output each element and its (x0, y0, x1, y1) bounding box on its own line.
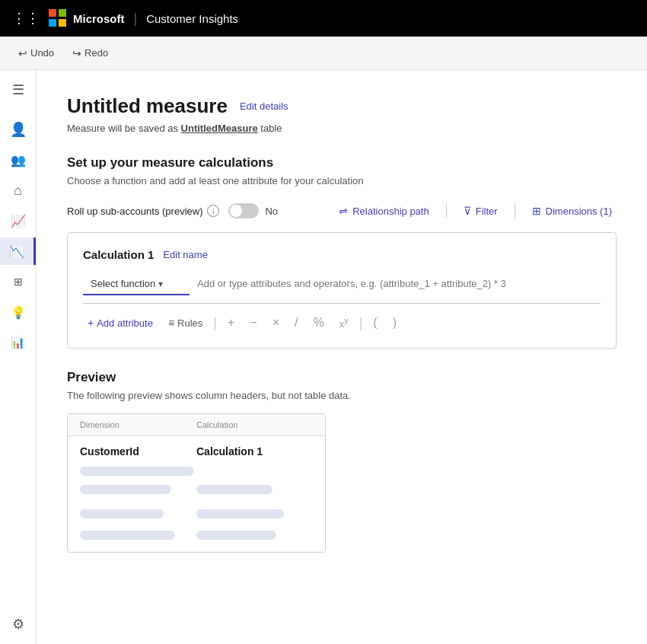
topbar: ⋮⋮ Microsoft | Customer Insights (0, 0, 647, 37)
calc-name: Calculation 1 (83, 248, 154, 261)
preview-customerid-value: CustomerId (80, 445, 196, 457)
formula-input[interactable] (190, 273, 601, 295)
preview-table-body: CustomerId Calculation 1 (68, 436, 325, 552)
relationship-icon: ⇌ (339, 205, 348, 217)
page-title: Untitled measure (67, 94, 228, 118)
relationship-path-button[interactable]: ⇌ Relationship path (334, 202, 433, 220)
layout: ☰ 👤 👥 ⌂ 📈 📉 ⊞ 💡 📊 ⚙ Untitled measure Edi… (0, 70, 647, 644)
op-power-button[interactable]: xy (335, 313, 353, 333)
company-name: Microsoft (73, 12, 125, 25)
sidebar-item-analytics[interactable]: 📈 (5, 207, 32, 234)
skeleton-calc-3 (196, 531, 276, 540)
sidebar-item-settings[interactable]: ⚙ (5, 611, 32, 638)
add-attribute-button[interactable]: + Add attribute (83, 314, 158, 332)
add-attr-plus-icon: + (88, 317, 94, 329)
sidebar-item-measures[interactable]: 📉 (0, 238, 36, 265)
skeleton-calc-1 (196, 485, 273, 494)
rollup-toggle[interactable] (228, 203, 259, 218)
sidebar-item-intelligence[interactable]: 💡 (5, 298, 32, 326)
dimensions-button[interactable]: ⊞ Dimensions (1) (527, 202, 617, 220)
sidebar-item-contacts[interactable]: 👥 (5, 146, 32, 174)
toolbar: ↩ Undo ↪ Redo (0, 37, 647, 70)
undo-icon: ↩ (18, 47, 27, 59)
app-name: Customer Insights (146, 12, 238, 25)
rollup-label: Roll up sub-accounts (preview) i (67, 205, 219, 217)
preview-calculation-value: Calculation 1 (196, 445, 313, 457)
relationship-label: Relationship path (352, 206, 429, 217)
skeleton-dim-3 (80, 531, 175, 540)
rollup-actions: ⇌ Relationship path ⊽ Filter ⊞ Dimension… (334, 202, 617, 220)
grid-icon[interactable]: ⋮⋮ (12, 10, 40, 27)
rules-icon: ≡ (168, 317, 174, 329)
op-multiply-button[interactable]: × (268, 313, 284, 333)
calc-card-header: Calculation 1 Edit name (83, 248, 601, 261)
toolbar-divider-1: | (213, 315, 217, 331)
rollup-row: Roll up sub-accounts (preview) i No ⇌ Re… (67, 202, 617, 220)
topbar-separator: | (134, 11, 138, 27)
redo-label: Redo (84, 47, 108, 59)
sidebar: ☰ 👤 👥 ⌂ 📈 📉 ⊞ 💡 📊 ⚙ (0, 70, 37, 644)
redo-button[interactable]: ↪ Redo (66, 44, 114, 62)
select-function-dropdown[interactable]: Select function ▾ (83, 273, 190, 295)
subtitle-suffix: table (258, 123, 282, 134)
preview-data-row: CustomerId Calculation 1 (80, 442, 313, 461)
add-attr-label: Add attribute (97, 317, 153, 329)
toggle-label: No (265, 206, 278, 217)
filter-button[interactable]: ⊽ Filter (459, 202, 502, 220)
logo-red (49, 9, 56, 17)
skeleton-row-2 (80, 503, 313, 524)
toggle-knob (230, 205, 242, 217)
undo-button[interactable]: ↩ Undo (12, 44, 60, 62)
preview-calculation-col-label: Calculation (196, 420, 313, 429)
sidebar-item-person[interactable]: 👤 (5, 116, 32, 143)
filter-icon: ⊽ (464, 205, 471, 217)
preview-title: Preview (67, 370, 617, 385)
preview-table-header: Dimension Calculation (68, 414, 325, 436)
edit-details-link[interactable]: Edit details (240, 100, 288, 112)
action-divider-2 (515, 203, 515, 218)
rules-button[interactable]: ≡ Rules (164, 314, 207, 332)
logo-green (59, 9, 66, 17)
op-close-paren-button[interactable]: ) (388, 313, 401, 333)
skeleton-row-1 (80, 479, 313, 500)
op-plus-button[interactable]: + (223, 313, 239, 333)
sidebar-item-menu[interactable]: ☰ (5, 76, 32, 104)
skeleton-calc-2 (196, 509, 284, 518)
rules-label: Rules (177, 317, 202, 329)
skeleton-dim-1 (80, 485, 171, 494)
edit-name-link[interactable]: Edit name (163, 249, 208, 260)
undo-label: Undo (30, 47, 54, 59)
preview-dimension-col-label: Dimension (80, 420, 196, 429)
preview-table: Dimension Calculation CustomerId Calcula… (67, 413, 326, 553)
filter-label: Filter (476, 206, 498, 217)
toggle-wrap: No (228, 203, 278, 218)
dimensions-label: Dimensions (1) (546, 206, 612, 217)
op-open-paren-button[interactable]: ( (368, 313, 381, 333)
section-title: Set up your measure calculations (67, 155, 617, 171)
toolbar-divider-2: | (359, 315, 363, 331)
rollup-label-text: Roll up sub-accounts (preview) (67, 206, 202, 217)
section-description: Choose a function and add at least one a… (67, 175, 617, 187)
logo-blue (49, 19, 56, 27)
skeleton-row-1a (80, 467, 194, 476)
dimensions-icon: ⊞ (532, 205, 541, 217)
calc-toolbar: + Add attribute ≡ Rules | + − × / % xy |… (83, 313, 601, 333)
sidebar-item-segments[interactable]: ⊞ (5, 268, 32, 295)
sidebar-item-activity[interactable]: 📊 (5, 329, 32, 356)
main-content: Untitled measure Edit details Measure wi… (37, 70, 647, 644)
rollup-info-icon[interactable]: i (207, 205, 219, 217)
subtitle-prefix: Measure will be saved as (67, 123, 181, 134)
logo-yellow (59, 19, 66, 27)
dropdown-chevron-icon: ▾ (158, 279, 163, 289)
sidebar-item-home[interactable]: ⌂ (5, 177, 32, 204)
page-title-row: Untitled measure Edit details (67, 94, 617, 118)
page-subtitle: Measure will be saved as UntitledMeasure… (67, 123, 617, 134)
subtitle-name: UntitledMeasure (181, 123, 258, 134)
op-percent-button[interactable]: % (309, 313, 329, 333)
preview-description: The following preview shows column heade… (67, 390, 617, 401)
op-minus-button[interactable]: − (245, 313, 261, 333)
microsoft-logo: Microsoft (49, 9, 125, 27)
calc-inputs: Select function ▾ (83, 273, 601, 304)
logo-squares (49, 9, 67, 27)
op-divide-button[interactable]: / (290, 313, 302, 333)
